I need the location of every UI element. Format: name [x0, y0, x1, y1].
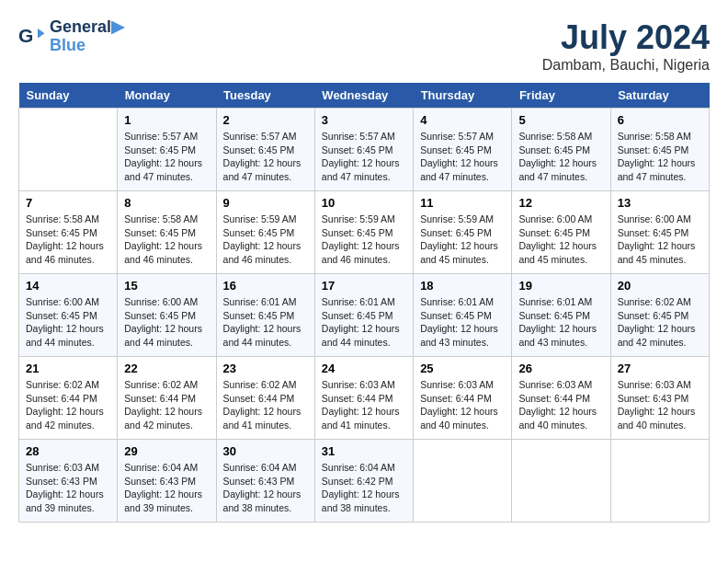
cell-details: Sunrise: 5:58 AMSunset: 6:45 PMDaylight:…: [26, 213, 110, 267]
day-number: 30: [223, 444, 308, 458]
calendar-cell: 2Sunrise: 5:57 AMSunset: 6:45 PMDaylight…: [216, 109, 314, 191]
calendar-cell: 3Sunrise: 5:57 AMSunset: 6:45 PMDaylight…: [314, 109, 413, 191]
cell-details: Sunrise: 6:00 AMSunset: 6:45 PMDaylight:…: [124, 295, 209, 350]
day-number: 9: [223, 196, 308, 210]
day-number: 12: [518, 196, 603, 210]
cell-details: Sunrise: 6:03 AMSunset: 6:44 PMDaylight:…: [322, 378, 406, 432]
cell-details: Sunrise: 6:02 AMSunset: 6:44 PMDaylight:…: [223, 378, 308, 432]
calendar-cell: 13Sunrise: 6:00 AMSunset: 6:45 PMDayligh…: [610, 191, 709, 274]
calendar-cell: 17Sunrise: 6:01 AMSunset: 6:45 PMDayligh…: [314, 274, 413, 357]
cell-details: Sunrise: 6:00 AMSunset: 6:45 PMDaylight:…: [618, 213, 702, 267]
calendar-cell: 6Sunrise: 5:58 AMSunset: 6:45 PMDaylight…: [610, 109, 709, 191]
calendar-cell: 25Sunrise: 6:03 AMSunset: 6:44 PMDayligh…: [414, 357, 512, 440]
calendar-cell: 28Sunrise: 6:03 AMSunset: 6:43 PMDayligh…: [19, 440, 118, 523]
day-number: 5: [518, 113, 603, 127]
calendar-cell: 8Sunrise: 5:58 AMSunset: 6:45 PMDaylight…: [118, 191, 216, 274]
cell-details: Sunrise: 6:00 AMSunset: 6:45 PMDaylight:…: [26, 295, 110, 350]
calendar-week-row: 28Sunrise: 6:03 AMSunset: 6:43 PMDayligh…: [19, 440, 710, 523]
day-number: 8: [124, 196, 209, 210]
day-number: 4: [420, 113, 505, 127]
weekday-header: Sunday: [19, 83, 118, 109]
cell-details: Sunrise: 5:58 AMSunset: 6:45 PMDaylight:…: [124, 213, 209, 267]
day-number: 21: [26, 362, 110, 375]
svg-text:G: G: [18, 25, 33, 46]
cell-details: Sunrise: 5:57 AMSunset: 6:45 PMDaylight:…: [420, 130, 505, 184]
day-number: 29: [124, 444, 209, 458]
cell-details: Sunrise: 6:00 AMSunset: 6:45 PMDaylight:…: [518, 213, 603, 267]
cell-details: Sunrise: 5:58 AMSunset: 6:45 PMDaylight:…: [518, 130, 603, 184]
logo-icon: G: [18, 23, 46, 51]
calendar-cell: [19, 109, 118, 191]
cell-details: Sunrise: 5:59 AMSunset: 6:45 PMDaylight:…: [420, 213, 505, 267]
calendar-cell: 22Sunrise: 6:02 AMSunset: 6:44 PMDayligh…: [118, 357, 216, 440]
calendar-cell: 12Sunrise: 6:00 AMSunset: 6:45 PMDayligh…: [512, 191, 610, 274]
cell-details: Sunrise: 5:59 AMSunset: 6:45 PMDaylight:…: [223, 213, 308, 267]
cell-details: Sunrise: 6:01 AMSunset: 6:45 PMDaylight:…: [518, 295, 603, 350]
calendar-table: SundayMondayTuesdayWednesdayThursdayFrid…: [18, 83, 710, 523]
calendar-cell: [414, 440, 512, 523]
cell-details: Sunrise: 6:04 AMSunset: 6:42 PMDaylight:…: [322, 461, 406, 515]
cell-details: Sunrise: 5:57 AMSunset: 6:45 PMDaylight:…: [124, 130, 209, 184]
calendar-cell: 31Sunrise: 6:04 AMSunset: 6:42 PMDayligh…: [314, 440, 413, 523]
calendar-cell: 7Sunrise: 5:58 AMSunset: 6:45 PMDaylight…: [19, 191, 118, 274]
day-number: 15: [124, 279, 209, 293]
day-number: 22: [124, 362, 209, 375]
calendar-cell: 4Sunrise: 5:57 AMSunset: 6:45 PMDaylight…: [414, 109, 512, 191]
cell-details: Sunrise: 6:04 AMSunset: 6:43 PMDaylight:…: [124, 461, 209, 515]
day-number: 28: [26, 444, 110, 458]
weekday-header: Saturday: [610, 83, 709, 109]
day-number: 6: [618, 113, 702, 127]
day-number: 1: [124, 113, 209, 127]
calendar-cell: 29Sunrise: 6:04 AMSunset: 6:43 PMDayligh…: [118, 440, 216, 523]
day-number: 10: [322, 196, 406, 210]
day-number: 25: [420, 362, 505, 375]
cell-details: Sunrise: 6:02 AMSunset: 6:44 PMDaylight:…: [124, 378, 209, 432]
calendar-cell: 9Sunrise: 5:59 AMSunset: 6:45 PMDaylight…: [216, 191, 314, 274]
day-number: 24: [322, 362, 406, 375]
calendar-week-row: 14Sunrise: 6:00 AMSunset: 6:45 PMDayligh…: [19, 274, 710, 357]
calendar-cell: 16Sunrise: 6:01 AMSunset: 6:45 PMDayligh…: [216, 274, 314, 357]
calendar-cell: 14Sunrise: 6:00 AMSunset: 6:45 PMDayligh…: [19, 274, 118, 357]
calendar-cell: [610, 440, 709, 523]
day-number: 31: [322, 444, 406, 458]
calendar-cell: 24Sunrise: 6:03 AMSunset: 6:44 PMDayligh…: [314, 357, 413, 440]
weekday-header: Wednesday: [314, 83, 413, 109]
cell-details: Sunrise: 6:03 AMSunset: 6:44 PMDaylight:…: [420, 378, 505, 432]
cell-details: Sunrise: 6:02 AMSunset: 6:44 PMDaylight:…: [26, 378, 110, 432]
cell-details: Sunrise: 5:57 AMSunset: 6:45 PMDaylight:…: [322, 130, 406, 184]
title-block: July 2024 Dambam, Bauchi, Nigeria: [542, 18, 710, 74]
logo-text: General▶ Blue: [50, 18, 124, 55]
calendar-cell: [512, 440, 610, 523]
day-number: 16: [223, 279, 308, 293]
weekday-header-row: SundayMondayTuesdayWednesdayThursdayFrid…: [19, 83, 710, 109]
cell-details: Sunrise: 6:03 AMSunset: 6:44 PMDaylight:…: [518, 378, 603, 432]
day-number: 20: [618, 279, 702, 293]
weekday-header: Friday: [512, 83, 610, 109]
calendar-cell: 30Sunrise: 6:04 AMSunset: 6:43 PMDayligh…: [216, 440, 314, 523]
svg-marker-1: [38, 29, 45, 39]
cell-details: Sunrise: 5:58 AMSunset: 6:45 PMDaylight:…: [618, 130, 702, 184]
day-number: 3: [322, 113, 406, 127]
calendar-cell: 20Sunrise: 6:02 AMSunset: 6:45 PMDayligh…: [610, 274, 709, 357]
location-title: Dambam, Bauchi, Nigeria: [542, 57, 710, 74]
calendar-week-row: 21Sunrise: 6:02 AMSunset: 6:44 PMDayligh…: [19, 357, 710, 440]
cell-details: Sunrise: 5:57 AMSunset: 6:45 PMDaylight:…: [223, 130, 308, 184]
weekday-header: Monday: [118, 83, 216, 109]
calendar-cell: 5Sunrise: 5:58 AMSunset: 6:45 PMDaylight…: [512, 109, 610, 191]
day-number: 19: [518, 279, 603, 293]
day-number: 26: [518, 362, 603, 375]
weekday-header: Thursday: [414, 83, 512, 109]
cell-details: Sunrise: 6:03 AMSunset: 6:43 PMDaylight:…: [618, 378, 702, 432]
month-year-title: July 2024: [542, 18, 710, 57]
day-number: 7: [26, 196, 110, 210]
calendar-cell: 1Sunrise: 5:57 AMSunset: 6:45 PMDaylight…: [118, 109, 216, 191]
calendar-cell: 27Sunrise: 6:03 AMSunset: 6:43 PMDayligh…: [610, 357, 709, 440]
cell-details: Sunrise: 6:01 AMSunset: 6:45 PMDaylight:…: [420, 295, 505, 350]
calendar-week-row: 7Sunrise: 5:58 AMSunset: 6:45 PMDaylight…: [19, 191, 710, 274]
cell-details: Sunrise: 6:03 AMSunset: 6:43 PMDaylight:…: [26, 461, 110, 515]
weekday-header: Tuesday: [216, 83, 314, 109]
cell-details: Sunrise: 6:04 AMSunset: 6:43 PMDaylight:…: [223, 461, 308, 515]
calendar-cell: 21Sunrise: 6:02 AMSunset: 6:44 PMDayligh…: [19, 357, 118, 440]
day-number: 23: [223, 362, 308, 375]
calendar-cell: 15Sunrise: 6:00 AMSunset: 6:45 PMDayligh…: [118, 274, 216, 357]
